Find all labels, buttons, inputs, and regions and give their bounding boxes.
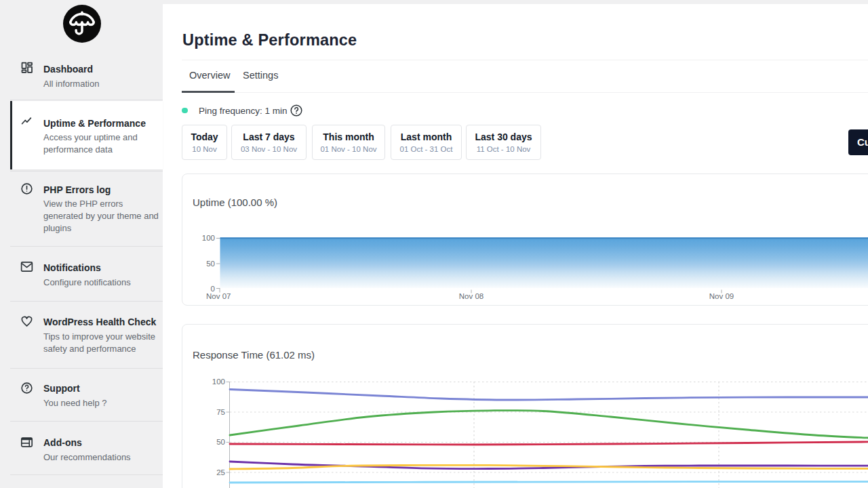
svg-text:Nov 09: Nov 09	[709, 292, 734, 300]
svg-text:100: 100	[202, 234, 215, 242]
svg-text:50: 50	[206, 260, 215, 268]
svg-text:Nov 07: Nov 07	[206, 292, 231, 300]
svg-text:Nov 08: Nov 08	[459, 292, 484, 300]
svg-text:100: 100	[212, 378, 225, 386]
svg-text:25: 25	[216, 468, 225, 476]
svg-text:75: 75	[216, 408, 225, 416]
svg-text:50: 50	[216, 438, 225, 446]
